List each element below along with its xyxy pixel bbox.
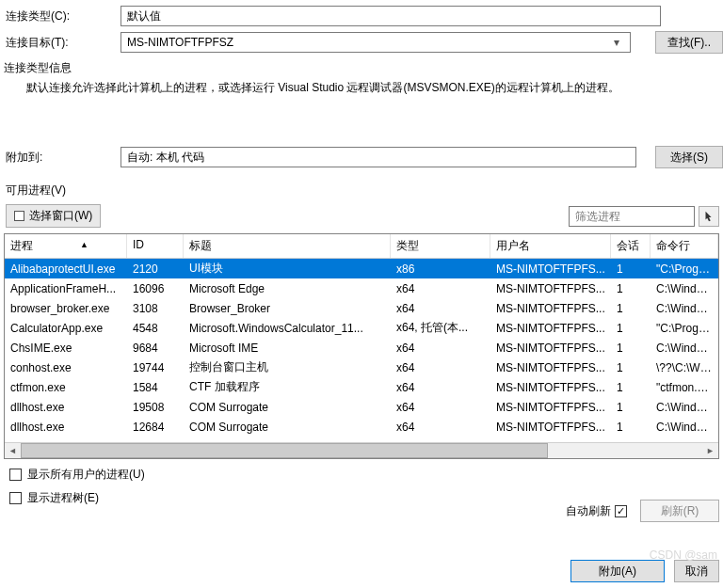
cell: x64 (391, 282, 490, 295)
cell: 控制台窗口主机 (184, 359, 391, 375)
attach-to-label: 附加到: (4, 150, 120, 166)
cell: AlibabaprotectUI.exe (5, 262, 127, 276)
col-process[interactable]: 进程▲ (5, 234, 127, 258)
cell: browser_broker.exe (5, 302, 127, 315)
filter-input[interactable]: 筛选进程 (569, 206, 695, 227)
cell: x64 (391, 342, 490, 355)
cell: 1 (611, 421, 651, 434)
cell: MS-NIMTOFTFPFS... (490, 342, 611, 355)
cell: x64 (391, 381, 490, 394)
cell: 1 (611, 381, 651, 394)
cell: Microsoft.WindowsCalculator_11... (184, 322, 391, 335)
cell: MS-NIMTOFTFPFS... (490, 401, 611, 414)
cell: 19508 (127, 401, 184, 414)
cell: 1 (611, 282, 651, 295)
table-row[interactable]: ChsIME.exe9684Microsoft IMEx64MS-NIMTOFT… (5, 338, 718, 358)
cell: CalculatorApp.exe (5, 322, 127, 335)
cell: 1584 (127, 381, 184, 394)
available-processes-label: 可用进程(V) (6, 183, 723, 199)
scroll-thumb[interactable] (21, 443, 548, 458)
cell: C:\Windows\ (651, 401, 718, 414)
conn-info-title: 连接类型信息 (4, 60, 719, 76)
table-row[interactable]: ctfmon.exe1584CTF 加载程序x64MS-NIMTOFTFPFS.… (5, 377, 718, 397)
cell: CTF 加载程序 (184, 379, 391, 395)
find-button[interactable]: 查找(F).. (655, 31, 723, 54)
cell: 1 (611, 322, 651, 335)
cell: 12684 (127, 421, 184, 434)
cell: 1 (611, 361, 651, 374)
cell: ChsIME.exe (5, 342, 127, 355)
grid-header[interactable]: 进程▲ ID 标题 类型 用户名 会话 命令行 (5, 234, 718, 259)
cell: MS-NIMTOFTFPFS... (490, 421, 611, 434)
cell: C:\Windows\ (651, 342, 718, 355)
cell: MS-NIMTOFTFPFS... (490, 322, 611, 335)
cell: 1 (611, 302, 651, 315)
refresh-button[interactable]: 刷新(R) (640, 500, 719, 522)
auto-refresh-checkbox[interactable]: ✓ (615, 505, 627, 517)
cell: "ctfmon.exe" (651, 381, 718, 394)
scroll-right-icon[interactable]: ► (702, 443, 718, 459)
attach-button[interactable]: 附加(A) (570, 560, 665, 582)
conn-type-field[interactable]: 默认值 (120, 6, 661, 26)
table-row[interactable]: dllhost.exe19508COM Surrogatex64MS-NIMTO… (5, 397, 718, 417)
checkbox-icon (9, 469, 22, 481)
attach-to-value: 自动: 本机 代码 (127, 148, 204, 167)
table-row[interactable]: conhost.exe19744控制台窗口主机x64MS-NIMTOFTFPFS… (5, 358, 718, 377)
show-all-users-checkbox[interactable]: 显示所有用户的进程(U) (9, 467, 723, 483)
checkbox-icon (9, 492, 22, 504)
cell: dllhost.exe (5, 421, 127, 434)
show-tree-label: 显示进程树(E) (27, 490, 99, 506)
cell: Microsoft Edge (184, 282, 391, 295)
process-grid[interactable]: 进程▲ ID 标题 类型 用户名 会话 命令行 AlibabaprotectUI… (4, 233, 719, 459)
cell: 9684 (127, 342, 184, 355)
col-type[interactable]: 类型 (391, 234, 490, 258)
show-all-users-label: 显示所有用户的进程(U) (27, 467, 145, 483)
attach-to-field: 自动: 本机 代码 (120, 147, 636, 167)
conn-type-value: 默认值 (127, 7, 161, 25)
conn-info-body: 默认连接允许选择此计算机上的进程，或选择运行 Visual Studio 远程调… (26, 80, 719, 96)
col-title[interactable]: 标题 (184, 234, 391, 258)
cell: Microsoft IME (184, 342, 391, 355)
col-session[interactable]: 会话 (611, 234, 651, 258)
col-id[interactable]: ID (127, 234, 184, 258)
table-row[interactable]: browser_broker.exe3108Browser_Brokerx64M… (5, 298, 718, 318)
cell: x64 (391, 361, 490, 374)
scroll-left-icon[interactable]: ◄ (5, 443, 21, 459)
chevron-down-icon[interactable]: ▾ (609, 33, 624, 52)
cell: 1 (611, 342, 651, 355)
table-row[interactable]: dllhost.exe12684COM Surrogatex64MS-NIMTO… (5, 417, 718, 437)
conn-target-value: MS-NIMTOFTFPFSZ (127, 33, 233, 52)
cell: Browser_Broker (184, 302, 391, 315)
conn-target-label: 连接目标(T): (4, 35, 120, 51)
window-icon (14, 211, 24, 221)
cell: "C:\Program (651, 322, 718, 335)
table-row[interactable]: AlibabaprotectUI.exe2120UI模块x86MS-NIMTOF… (5, 259, 718, 278)
table-row[interactable]: CalculatorApp.exe4548Microsoft.WindowsCa… (5, 318, 718, 338)
cell: x64 (391, 421, 490, 434)
cell: 19744 (127, 361, 184, 374)
cell: \??\C:\Windo (651, 361, 718, 374)
conn-target-field[interactable]: MS-NIMTOFTFPFSZ ▾ (120, 32, 631, 53)
cell: conhost.exe (5, 361, 127, 374)
cell: x64 (391, 302, 490, 315)
cancel-button[interactable]: 取消 (674, 560, 719, 582)
cell: MS-NIMTOFTFPFS... (490, 262, 611, 276)
select-window-button[interactable]: 选择窗口(W) (6, 204, 101, 228)
cell: 16096 (127, 282, 184, 295)
table-row[interactable]: ApplicationFrameH...16096Microsoft Edgex… (5, 278, 718, 298)
cell: 2120 (127, 262, 184, 276)
horizontal-scrollbar[interactable]: ◄ ► (5, 442, 718, 458)
select-button[interactable]: 选择(S) (655, 146, 723, 168)
cell: C:\Windows\ (651, 282, 718, 295)
cell: MS-NIMTOFTFPFS... (490, 381, 611, 394)
cell: 1 (611, 401, 651, 414)
cell: x64 (391, 401, 490, 414)
cell: 3108 (127, 302, 184, 315)
col-cmd[interactable]: 命令行 (651, 234, 718, 258)
col-user[interactable]: 用户名 (490, 234, 611, 258)
sort-asc-icon: ▲ (80, 240, 88, 249)
clear-filter-button[interactable] (699, 206, 719, 227)
cell: COM Surrogate (184, 401, 391, 414)
cell: 4548 (127, 322, 184, 335)
cell: ApplicationFrameH... (5, 282, 127, 295)
